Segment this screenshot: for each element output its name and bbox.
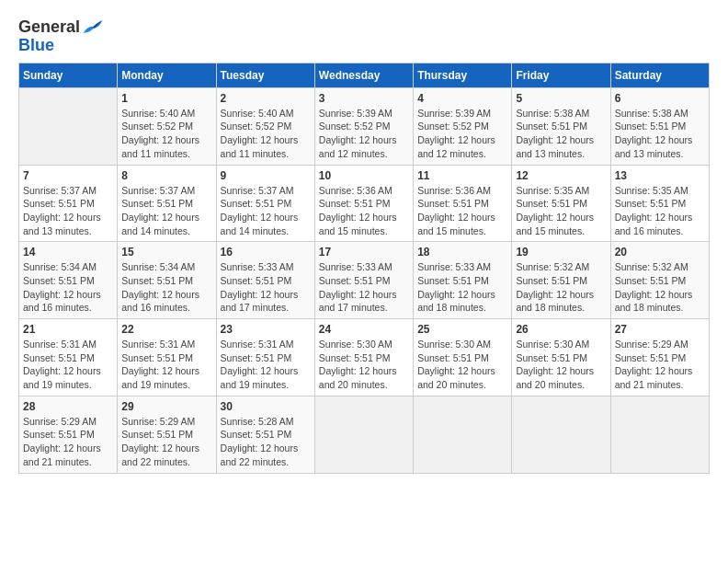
day-number: 26: [516, 323, 606, 336]
day-info: Sunrise: 5:31 AMSunset: 5:51 PMDaylight:…: [221, 338, 311, 392]
calendar-cell: 4Sunrise: 5:39 AMSunset: 5:52 PMDaylight…: [414, 87, 512, 165]
calendar-cell: [19, 87, 118, 165]
day-number: 8: [121, 169, 211, 182]
day-number: 9: [221, 169, 311, 182]
calendar-cell: 21Sunrise: 5:31 AMSunset: 5:51 PMDayligh…: [19, 319, 118, 396]
calendar-cell: [610, 396, 709, 473]
day-info: Sunrise: 5:37 AMSunset: 5:51 PMDaylight:…: [221, 184, 311, 238]
col-header-saturday: Saturday: [610, 63, 709, 87]
calendar-cell: 25Sunrise: 5:30 AMSunset: 5:51 PMDayligh…: [414, 319, 512, 396]
calendar-cell: 10Sunrise: 5:36 AMSunset: 5:51 PMDayligh…: [314, 165, 413, 242]
day-number: 24: [319, 323, 409, 336]
calendar-cell: 8Sunrise: 5:37 AMSunset: 5:51 PMDaylight…: [118, 165, 216, 242]
col-header-wednesday: Wednesday: [314, 63, 413, 87]
calendar-cell: 16Sunrise: 5:33 AMSunset: 5:51 PMDayligh…: [216, 242, 314, 319]
logo-general: General: [18, 18, 80, 37]
logo-bird-icon: [82, 18, 104, 37]
calendar-cell: 1Sunrise: 5:40 AMSunset: 5:52 PMDaylight…: [118, 87, 216, 165]
calendar-cell: 28Sunrise: 5:29 AMSunset: 5:51 PMDayligh…: [19, 396, 118, 473]
calendar-cell: 6Sunrise: 5:38 AMSunset: 5:51 PMDaylight…: [610, 87, 709, 165]
day-number: 4: [417, 92, 507, 105]
day-info: Sunrise: 5:39 AMSunset: 5:52 PMDaylight:…: [319, 107, 409, 161]
calendar-cell: 2Sunrise: 5:40 AMSunset: 5:52 PMDaylight…: [216, 87, 314, 165]
calendar-cell: [314, 396, 413, 473]
day-info: Sunrise: 5:30 AMSunset: 5:51 PMDaylight:…: [417, 338, 507, 392]
logo: General Blue: [18, 18, 104, 55]
day-info: Sunrise: 5:29 AMSunset: 5:51 PMDaylight:…: [615, 338, 705, 392]
calendar-cell: 12Sunrise: 5:35 AMSunset: 5:51 PMDayligh…: [512, 165, 610, 242]
day-info: Sunrise: 5:30 AMSunset: 5:51 PMDaylight:…: [319, 338, 409, 392]
day-info: Sunrise: 5:34 AMSunset: 5:51 PMDaylight:…: [23, 260, 113, 315]
day-number: 27: [615, 323, 705, 336]
calendar-cell: 7Sunrise: 5:37 AMSunset: 5:51 PMDaylight…: [19, 165, 118, 242]
calendar-cell: 24Sunrise: 5:30 AMSunset: 5:51 PMDayligh…: [314, 319, 413, 396]
day-info: Sunrise: 5:33 AMSunset: 5:51 PMDaylight:…: [221, 260, 311, 315]
day-number: 15: [121, 246, 211, 259]
col-header-tuesday: Tuesday: [216, 63, 314, 87]
calendar-cell: [512, 396, 610, 473]
calendar-cell: 23Sunrise: 5:31 AMSunset: 5:51 PMDayligh…: [216, 319, 314, 396]
day-info: Sunrise: 5:33 AMSunset: 5:51 PMDaylight:…: [319, 260, 409, 315]
day-info: Sunrise: 5:39 AMSunset: 5:52 PMDaylight:…: [417, 107, 507, 161]
day-info: Sunrise: 5:32 AMSunset: 5:51 PMDaylight:…: [516, 260, 606, 315]
day-number: 11: [417, 169, 507, 182]
day-number: 30: [221, 400, 311, 413]
calendar-cell: 15Sunrise: 5:34 AMSunset: 5:51 PMDayligh…: [118, 242, 216, 319]
col-header-monday: Monday: [118, 63, 216, 87]
calendar-cell: 11Sunrise: 5:36 AMSunset: 5:51 PMDayligh…: [414, 165, 512, 242]
calendar-cell: 27Sunrise: 5:29 AMSunset: 5:51 PMDayligh…: [610, 319, 709, 396]
day-info: Sunrise: 5:40 AMSunset: 5:52 PMDaylight:…: [221, 107, 311, 161]
calendar-table: SundayMondayTuesdayWednesdayThursdayFrid…: [18, 63, 710, 474]
day-info: Sunrise: 5:34 AMSunset: 5:51 PMDaylight:…: [121, 260, 211, 315]
col-header-friday: Friday: [512, 63, 610, 87]
day-number: 14: [23, 246, 113, 259]
day-number: 2: [221, 92, 311, 105]
calendar-cell: 18Sunrise: 5:33 AMSunset: 5:51 PMDayligh…: [414, 242, 512, 319]
calendar-cell: [414, 396, 512, 473]
day-number: 12: [516, 169, 606, 182]
calendar-cell: 22Sunrise: 5:31 AMSunset: 5:51 PMDayligh…: [118, 319, 216, 396]
calendar-cell: 26Sunrise: 5:30 AMSunset: 5:51 PMDayligh…: [512, 319, 610, 396]
day-info: Sunrise: 5:29 AMSunset: 5:51 PMDaylight:…: [23, 415, 113, 469]
day-info: Sunrise: 5:30 AMSunset: 5:51 PMDaylight:…: [516, 338, 606, 392]
day-info: Sunrise: 5:38 AMSunset: 5:51 PMDaylight:…: [516, 107, 606, 161]
calendar-cell: 5Sunrise: 5:38 AMSunset: 5:51 PMDaylight…: [512, 87, 610, 165]
day-number: 18: [417, 246, 507, 259]
day-number: 21: [23, 323, 113, 336]
calendar-cell: 17Sunrise: 5:33 AMSunset: 5:51 PMDayligh…: [314, 242, 413, 319]
day-number: 23: [221, 323, 311, 336]
logo-blue: Blue: [18, 36, 54, 54]
day-info: Sunrise: 5:37 AMSunset: 5:51 PMDaylight:…: [121, 184, 211, 238]
calendar-cell: 19Sunrise: 5:32 AMSunset: 5:51 PMDayligh…: [512, 242, 610, 319]
day-number: 1: [121, 92, 211, 105]
day-number: 13: [615, 169, 705, 182]
day-number: 6: [615, 92, 705, 105]
day-info: Sunrise: 5:31 AMSunset: 5:51 PMDaylight:…: [121, 338, 211, 392]
day-info: Sunrise: 5:36 AMSunset: 5:51 PMDaylight:…: [319, 184, 409, 238]
col-header-thursday: Thursday: [414, 63, 512, 87]
day-info: Sunrise: 5:29 AMSunset: 5:51 PMDaylight:…: [121, 415, 211, 469]
day-number: 25: [417, 323, 507, 336]
day-info: Sunrise: 5:31 AMSunset: 5:51 PMDaylight:…: [23, 338, 113, 392]
day-number: 3: [319, 92, 409, 105]
day-info: Sunrise: 5:28 AMSunset: 5:51 PMDaylight:…: [221, 415, 311, 469]
day-number: 16: [221, 246, 311, 259]
day-info: Sunrise: 5:37 AMSunset: 5:51 PMDaylight:…: [23, 184, 113, 238]
day-number: 19: [516, 246, 606, 259]
calendar-cell: 30Sunrise: 5:28 AMSunset: 5:51 PMDayligh…: [216, 396, 314, 473]
day-number: 7: [23, 169, 113, 182]
day-number: 17: [319, 246, 409, 259]
day-info: Sunrise: 5:32 AMSunset: 5:51 PMDaylight:…: [615, 260, 705, 315]
calendar-cell: 3Sunrise: 5:39 AMSunset: 5:52 PMDaylight…: [314, 87, 413, 165]
day-number: 10: [319, 169, 409, 182]
day-number: 22: [121, 323, 211, 336]
day-number: 28: [23, 400, 113, 413]
day-number: 20: [615, 246, 705, 259]
day-number: 29: [121, 400, 211, 413]
calendar-cell: 14Sunrise: 5:34 AMSunset: 5:51 PMDayligh…: [19, 242, 118, 319]
day-info: Sunrise: 5:36 AMSunset: 5:51 PMDaylight:…: [417, 184, 507, 238]
col-header-sunday: Sunday: [19, 63, 118, 87]
calendar-cell: 13Sunrise: 5:35 AMSunset: 5:51 PMDayligh…: [610, 165, 709, 242]
calendar-cell: 20Sunrise: 5:32 AMSunset: 5:51 PMDayligh…: [610, 242, 709, 319]
day-info: Sunrise: 5:35 AMSunset: 5:51 PMDaylight:…: [615, 184, 705, 238]
